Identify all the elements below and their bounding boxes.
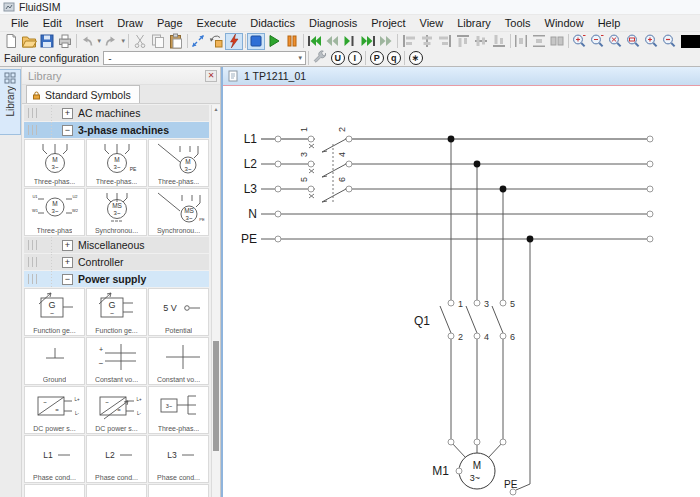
menu-window[interactable]: Window [538,15,591,31]
wrench-icon[interactable] [311,50,329,67]
pause-icon[interactable] [283,33,301,50]
menu-view[interactable]: View [413,15,451,31]
menu-didactics[interactable]: Didactics [243,15,302,31]
circuit-canvas[interactable]: L1 L2 L3 N PE 1 2 3 4 5 6 Q1 [223,86,700,497]
symbol-label: Constant vo... [157,375,200,384]
tree-group-3-phase-machines[interactable]: −3-phase machines [24,122,209,138]
symbol-phase-conductor[interactable]: L2Phase cond... [86,435,147,483]
symbol-potential[interactable]: 5 VPotential [148,288,209,336]
symbol-motor-three-phase-pe[interactable]: M3~PEThree-phas... [86,139,147,187]
menu-help[interactable]: Help [591,15,628,31]
symbol-dc-power-supply[interactable]: ~=L+L-DC power s... [24,386,85,434]
menu-edit[interactable]: Edit [36,15,69,31]
phase-conductor-icon: L1 [26,436,84,473]
copy-icon [149,33,167,50]
svg-text:3~: 3~ [165,403,171,409]
library-scrollbar[interactable]: ▲ [211,105,220,497]
symbol-motor-three-phase[interactable]: M3~Three-phas... [24,139,85,187]
tree-group-ac-machines[interactable]: +AC machines [24,105,209,121]
expand-icon[interactable]: + [62,257,73,268]
zoom-out-icon[interactable] [660,33,678,50]
collapse-icon[interactable]: − [62,125,73,136]
display-q-toggle[interactable]: q [387,51,401,65]
tab-standard-symbols[interactable]: Standard Symbols [26,85,140,103]
skip-to-start-icon[interactable] [305,33,323,50]
app-titlebar: FluidSIM [0,0,700,15]
q1-contact-1: 1 [458,299,463,309]
print-icon[interactable] [56,33,74,50]
tree-group-power-supply[interactable]: −Power supply [24,271,209,287]
zoom-out-window-icon[interactable] [588,33,606,50]
expand-icon[interactable]: + [62,240,73,251]
symbol-three-phase-supply[interactable]: 3~Three-phas... [148,386,209,434]
expand-icon[interactable]: + [62,108,73,119]
menu-execute[interactable]: Execute [190,15,244,31]
library-scrollbar-thumb[interactable] [213,341,219,451]
failure-configuration-combobox[interactable]: - ▼ [103,51,306,65]
breaker-q1-symbol[interactable] [440,306,503,333]
select-move-icon[interactable] [189,33,207,50]
circuit-tab-title: 1 TP1211_01 [244,70,306,82]
svg-text:−: − [98,359,103,368]
svg-text:3~: 3~ [51,208,58,214]
collapse-icon[interactable]: − [62,274,73,285]
menu-library[interactable]: Library [450,15,498,31]
symbol-constant-voltage-2[interactable]: Constant vo... [148,337,209,385]
circuit-window-titlebar[interactable]: 1 TP1211_01 [223,67,700,86]
menu-file[interactable]: File [4,15,36,31]
zoom-in-window-icon[interactable] [570,33,588,50]
symbol-function-generator[interactable]: G~Function ge... [24,288,85,336]
svg-text:5 V: 5 V [163,303,177,313]
toolbar-main: ▼▼ [0,31,700,50]
symbol-blank[interactable] [148,484,209,497]
symbol-function-generator-2[interactable]: G~Function ge... [86,288,147,336]
tab-standard-symbols-label: Standard Symbols [45,89,131,101]
symbol-ground[interactable]: Ground [24,337,85,385]
symbol-synchronous-motor-pe[interactable]: MS3~PESynchronou... [148,188,209,236]
paste-icon[interactable] [167,33,185,50]
symbol-blank[interactable] [86,484,147,497]
zoom-in-icon[interactable] [642,33,660,50]
symbol-dc-power-supply-adj[interactable]: ~=L+L-DC power s... [86,386,147,434]
tree-group-miscellaneous[interactable]: +Miscellaneous [24,237,209,253]
svg-text:M: M [185,158,190,165]
svg-text:U2: U2 [72,194,78,199]
display-∗-toggle[interactable]: ∗ [409,51,423,65]
display-u-toggle[interactable]: U [331,51,345,65]
skip-to-end-icon[interactable] [359,33,377,50]
new-document-icon[interactable] [2,33,20,50]
disc-contact-2: 2 [337,127,347,132]
menu-diagnosis[interactable]: Diagnosis [302,15,364,31]
open-folder-icon[interactable] [20,33,38,50]
symbol-phase-conductor[interactable]: L1Phase cond... [24,435,85,483]
zoom-rect-icon[interactable] [624,33,642,50]
rail-label-l2: L2 [244,157,258,171]
save-icon[interactable] [38,33,56,50]
display-i-toggle[interactable]: I [348,51,362,65]
step-forward-icon[interactable] [341,33,359,50]
rotate-icon[interactable] [207,33,225,50]
menu-page[interactable]: Page [150,15,190,31]
motor-m1-symbol[interactable] [459,453,495,489]
symbol-phase-conductor[interactable]: L3Phase cond... [148,435,209,483]
library-dock-tab[interactable]: Library [0,69,21,135]
scroll-up-icon[interactable]: ▲ [212,105,220,114]
menu-draw[interactable]: Draw [110,15,150,31]
menu-project[interactable]: Project [364,15,412,31]
menu-insert[interactable]: Insert [69,15,111,31]
close-icon[interactable]: ✕ [205,70,217,82]
stop-icon[interactable] [247,33,265,50]
disconnector-symbol[interactable] [309,139,346,204]
symbol-motor-three-phase-changeover[interactable]: M3~Three-phas... [148,139,209,187]
symbol-blank[interactable] [24,484,85,497]
symbol-constant-voltage[interactable]: +−Constant vo... [86,337,147,385]
play-icon[interactable] [265,33,283,50]
menu-tools[interactable]: Tools [498,15,538,31]
zoom-fit-icon[interactable] [606,33,624,50]
symbol-synchronous-motor[interactable]: MS3~Synchronou... [86,188,147,236]
tree-group-controller[interactable]: +Controller [24,254,209,270]
symbol-motor-three-phase-terminals[interactable]: U1W1U2W2M3~Three-phas [24,188,85,236]
lightning-icon[interactable] [225,33,243,50]
symbol-label: Synchronou... [157,226,200,235]
display-p-toggle[interactable]: P [370,51,384,65]
